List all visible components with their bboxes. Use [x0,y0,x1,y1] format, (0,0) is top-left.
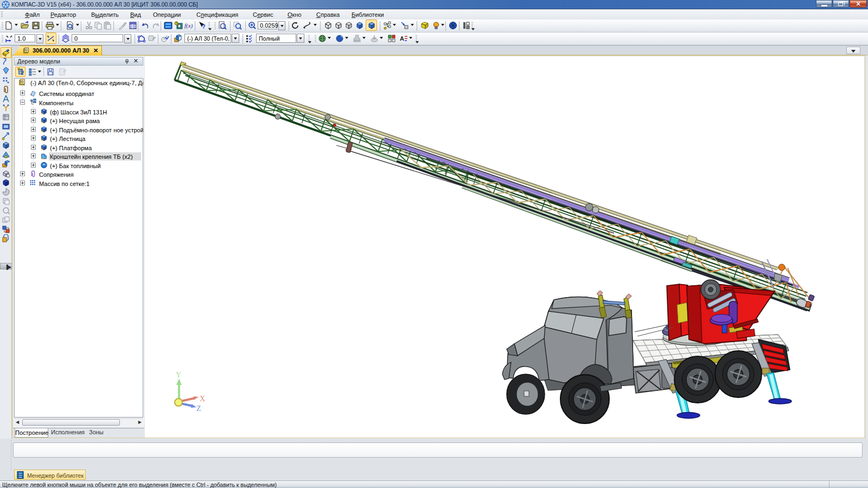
svg-text:A: A [400,35,404,42]
svg-text:Z: Z [196,404,201,413]
svg-text:Y: Y [176,371,181,379]
svg-text:?: ? [202,23,206,30]
svg-text:X: X [200,395,205,403]
svg-text:K: K [4,2,8,7]
svg-text:f(x): f(x) [184,22,193,29]
